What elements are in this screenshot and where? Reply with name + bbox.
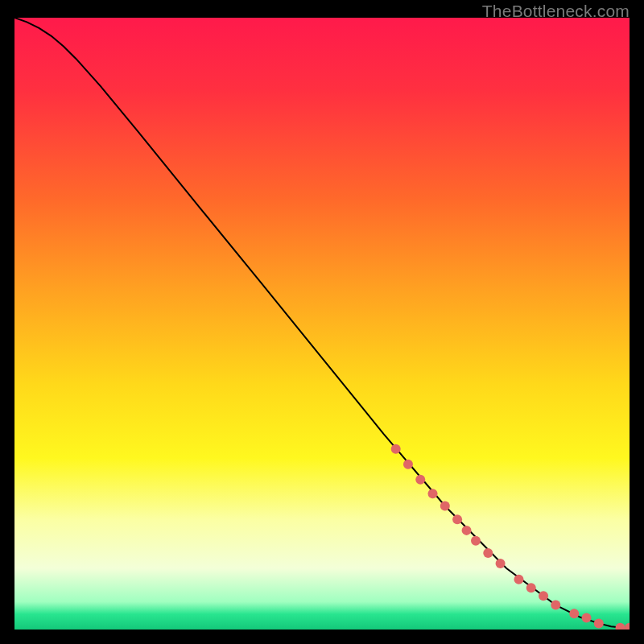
highlight-point [462,526,472,535]
highlight-point [391,444,401,454]
highlight-point [471,536,481,546]
highlight-point [415,475,425,485]
highlight-point [483,548,493,558]
highlight-point [551,601,560,610]
highlight-point [440,501,450,510]
highlight-point [496,559,506,568]
highlight-point [452,514,462,524]
chart-plot [14,18,630,630]
highlight-point [582,613,592,623]
highlight-point [526,583,536,592]
highlight-point [569,609,579,618]
highlight-point [539,591,548,601]
highlight-point [594,618,604,628]
highlight-point [428,489,438,498]
chart-frame [14,18,630,630]
chart-background [14,18,630,630]
highlight-point [514,575,523,584]
highlight-point [403,460,413,469]
